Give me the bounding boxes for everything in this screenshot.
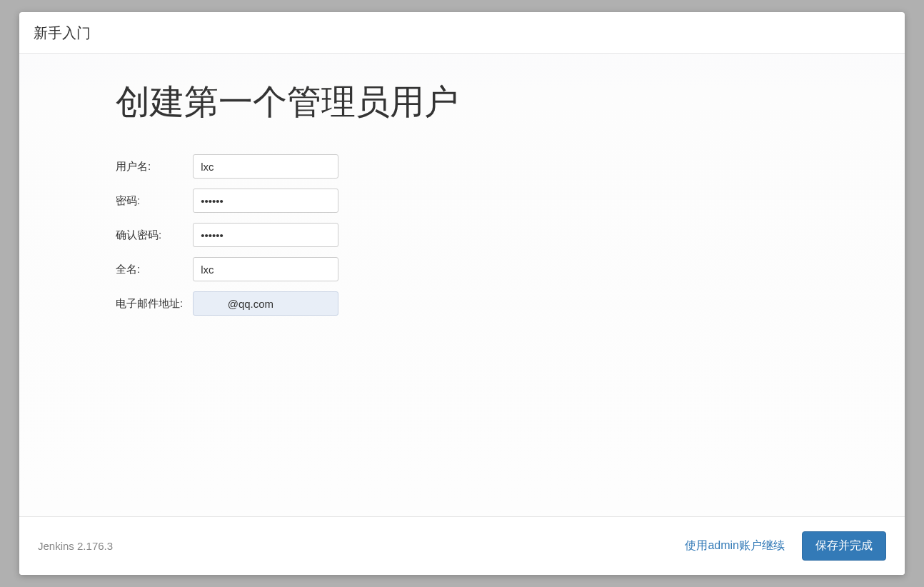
confirm-password-input[interactable] (193, 223, 338, 247)
fullname-input[interactable] (193, 257, 338, 281)
continue-as-admin-button[interactable]: 使用admin账户继续 (675, 533, 795, 559)
form-row-email: 电子邮件地址: (116, 291, 338, 316)
page-heading: 创建第一个管理员用户 (116, 82, 758, 121)
form-row-confirm-password: 确认密码: (116, 223, 338, 247)
version-label: Jenkins 2.176.3 (38, 540, 113, 552)
content-inner: 创建第一个管理员用户 用户名: 密码: 确认密码: (116, 82, 758, 326)
username-input[interactable] (193, 154, 338, 179)
admin-user-form: 用户名: 密码: 确认密码: (116, 144, 338, 326)
password-input[interactable] (193, 189, 338, 213)
form-row-password: 密码: (116, 189, 338, 213)
dialog-title: 新手入门 (34, 25, 91, 41)
form-row-username: 用户名: (116, 154, 338, 179)
username-label: 用户名: (116, 154, 193, 179)
password-label: 密码: (116, 189, 193, 213)
save-and-finish-button[interactable]: 保存并完成 (802, 531, 886, 561)
dialog-footer: Jenkins 2.176.3 使用admin账户继续 保存并完成 (19, 516, 905, 575)
confirm-password-label: 确认密码: (116, 223, 193, 247)
fullname-label: 全名: (116, 257, 193, 281)
form-row-fullname: 全名: (116, 257, 338, 281)
dialog-header: 新手入门 (19, 12, 905, 54)
email-input[interactable] (193, 291, 338, 316)
setup-wizard-dialog: 新手入门 创建第一个管理员用户 用户名: 密码: 确认密码 (19, 12, 905, 575)
dialog-body: 创建第一个管理员用户 用户名: 密码: 确认密码: (19, 54, 905, 516)
email-label: 电子邮件地址: (116, 291, 193, 316)
